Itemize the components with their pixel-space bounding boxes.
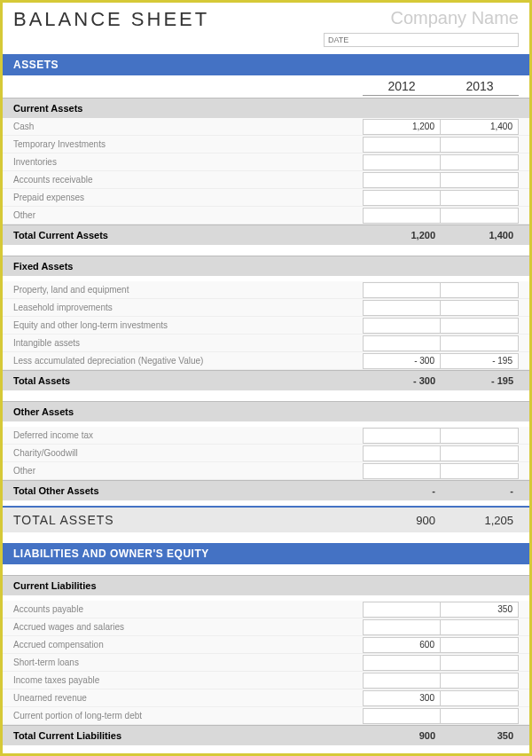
row-label: Short-term loans [13, 658, 363, 667]
value-cell-y1[interactable] [363, 445, 441, 461]
row-label: Less accumulated depreciation (Negative … [13, 356, 363, 366]
value-cell-y1[interactable] [363, 335, 441, 351]
current-liability-row: Short-term loans [3, 654, 529, 672]
value-cell-y1[interactable]: 600 [363, 637, 441, 653]
value-cell-y1[interactable] [363, 137, 441, 153]
value-cell-y2[interactable] [441, 335, 519, 351]
current-liability-row: Accrued compensation600 [3, 636, 529, 654]
row-label: Equity and other long-term investments [13, 320, 363, 330]
value-cell-y2[interactable]: - 195 [441, 353, 519, 369]
value-cell-y2[interactable] [441, 137, 519, 153]
value-cell-y2[interactable] [441, 190, 519, 206]
current-liability-row: Current portion of long-term debt [3, 707, 529, 725]
value-cell-y2[interactable] [441, 282, 519, 298]
fixed-assets-header: Fixed Assets [3, 256, 529, 276]
total-current-liabilities: Total Current Liabilities 900 350 [3, 725, 529, 745]
value-cell-y2[interactable]: 350 [441, 602, 519, 618]
row-label: Accounts payable [13, 604, 363, 614]
value-cell-y1[interactable] [363, 318, 441, 334]
value-cell-y1[interactable]: 1,200 [363, 119, 441, 135]
date-input[interactable] [324, 33, 519, 47]
value-cell-y1[interactable] [363, 172, 441, 188]
row-label: Intangible assets [13, 338, 363, 348]
current-asset-row: Other [3, 207, 529, 224]
value-cell-y1[interactable] [363, 708, 441, 724]
other-asset-row: Deferred income tax [3, 427, 529, 445]
value-cell-y1[interactable] [363, 655, 441, 671]
year-2: 2013 [441, 79, 519, 96]
value-cell-y2[interactable] [441, 690, 519, 706]
row-label: Temporary Investments [13, 139, 363, 149]
assets-header: ASSETS [3, 54, 529, 75]
row-label: Prepaid expenses [13, 193, 363, 202]
page-title: BALANCE SHEET [13, 8, 209, 31]
value-cell-y2[interactable] [441, 655, 519, 671]
other-assets-header: Other Assets [3, 401, 529, 421]
row-label: Inventories [13, 157, 363, 167]
current-asset-row: Prepaid expenses [3, 189, 529, 207]
total-other-assets: Total Other Assets - - [3, 480, 529, 500]
years-row: 2012 2013 [3, 75, 529, 98]
value-cell-y2[interactable]: 1,400 [441, 119, 519, 135]
value-cell-y2[interactable] [441, 154, 519, 170]
value-cell-y2[interactable] [441, 300, 519, 316]
row-label: Income taxes payable [13, 675, 363, 685]
fixed-asset-row: Intangible assets [3, 335, 529, 352]
other-asset-row: Other [3, 462, 529, 480]
total-assets: TOTAL ASSETS 900 1,205 [3, 506, 529, 532]
row-label: Current portion of long-term debt [13, 711, 363, 721]
row-label: Unearned revenue [13, 693, 363, 703]
value-cell-y1[interactable] [363, 463, 441, 479]
value-cell-y1[interactable] [363, 300, 441, 316]
value-cell-y1[interactable] [363, 673, 441, 689]
company-name: Company Name [390, 8, 519, 28]
value-cell-y2[interactable] [441, 619, 519, 635]
fixed-asset-row: Leasehold improvements [3, 299, 529, 317]
fixed-asset-row: Equity and other long-term investments [3, 317, 529, 335]
current-liability-row: Unearned revenue300 [3, 689, 529, 707]
value-cell-y1[interactable] [363, 428, 441, 444]
current-asset-row: Temporary Investments [3, 136, 529, 154]
other-asset-row: Charity/Goodwill [3, 445, 529, 462]
value-cell-y1[interactable]: - 300 [363, 353, 441, 369]
row-label: Other [13, 210, 363, 220]
row-label: Accrued compensation [13, 640, 363, 650]
value-cell-y2[interactable] [441, 463, 519, 479]
row-label: Accounts receivable [13, 175, 363, 185]
row-label: Cash [13, 122, 363, 131]
current-liabilities-header: Current Liabilities [3, 575, 529, 595]
value-cell-y2[interactable] [441, 318, 519, 334]
value-cell-y2[interactable] [441, 172, 519, 188]
fixed-asset-row: Property, land and equipment [3, 281, 529, 299]
value-cell-y1[interactable] [363, 190, 441, 206]
row-label: Leasehold improvements [13, 303, 363, 312]
current-asset-row: Accounts receivable [3, 171, 529, 189]
fixed-asset-row: Less accumulated depreciation (Negative … [3, 352, 529, 370]
row-label: Property, land and equipment [13, 285, 363, 295]
total-current-assets: Total Current Assets 1,200 1,400 [3, 224, 529, 245]
current-liability-row: Income taxes payable [3, 672, 529, 689]
value-cell-y2[interactable] [441, 708, 519, 724]
row-label: Deferred income tax [13, 430, 363, 440]
liabilities-header: LIABILITIES AND OWNER'S EQUITY [3, 543, 529, 564]
current-liability-row: Accounts payable350 [3, 601, 529, 618]
value-cell-y1[interactable]: 300 [363, 690, 441, 706]
year-1: 2012 [363, 79, 441, 96]
current-liability-row: Accrued wages and salaries [3, 618, 529, 636]
value-cell-y1[interactable] [363, 602, 441, 618]
current-assets-header: Current Assets [3, 98, 529, 118]
value-cell-y2[interactable] [441, 673, 519, 689]
value-cell-y1[interactable] [363, 154, 441, 170]
value-cell-y2[interactable] [441, 445, 519, 461]
current-asset-row: Inventories [3, 154, 529, 171]
row-label: Charity/Goodwill [13, 448, 363, 458]
row-label: Other [13, 466, 363, 476]
value-cell-y1[interactable] [363, 619, 441, 635]
row-label: Accrued wages and salaries [13, 622, 363, 632]
value-cell-y1[interactable] [363, 208, 441, 224]
value-cell-y2[interactable] [441, 428, 519, 444]
value-cell-y2[interactable] [441, 637, 519, 653]
value-cell-y2[interactable] [441, 208, 519, 224]
current-asset-row: Cash1,2001,400 [3, 118, 529, 136]
value-cell-y1[interactable] [363, 282, 441, 298]
